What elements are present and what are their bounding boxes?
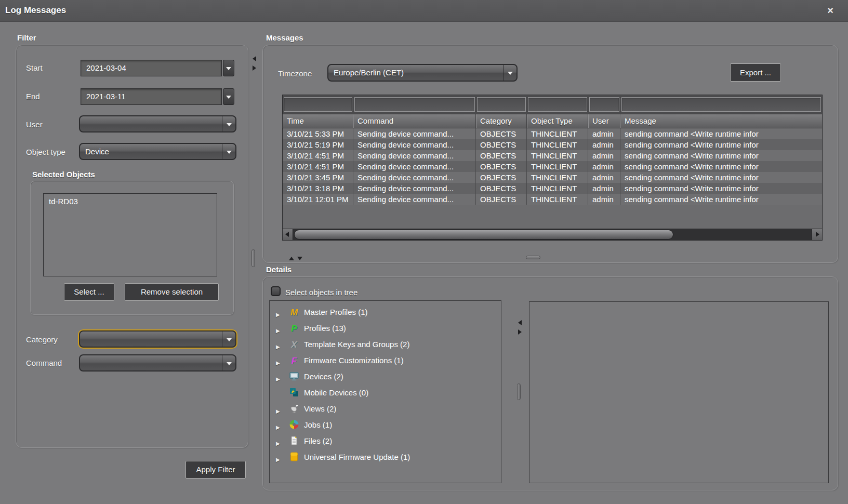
table-row[interactable]: 3/10/21 5:33 PM Sending device command..… bbox=[283, 128, 822, 139]
cell-object-type: THINCLIENT bbox=[527, 161, 588, 172]
tree-item-jobs[interactable]: Jobs (1) bbox=[270, 418, 501, 433]
list-item[interactable]: td-RD03 bbox=[44, 194, 217, 206]
master-profiles-icon: M bbox=[288, 307, 300, 319]
expand-arrow-icon[interactable] bbox=[276, 438, 282, 445]
remove-selection-button[interactable]: Remove selection bbox=[125, 283, 219, 301]
scroll-left-icon[interactable] bbox=[283, 229, 293, 240]
tree-item-template-keys[interactable]: X Template Keys and Groups (2) bbox=[270, 337, 501, 353]
command-label: Command bbox=[26, 359, 62, 367]
close-icon[interactable]: × bbox=[824, 4, 837, 17]
column-header-user[interactable]: User bbox=[588, 114, 620, 128]
column-header-command[interactable]: Command bbox=[353, 114, 476, 128]
cell-time: 3/10/21 5:33 PM bbox=[283, 128, 353, 139]
table-row[interactable]: 3/10/21 12:01 PM Sending device command.… bbox=[283, 194, 822, 205]
select-objects-checkbox[interactable] bbox=[271, 286, 281, 296]
expand-arrow-icon[interactable] bbox=[276, 406, 282, 413]
expand-arrow-icon[interactable] bbox=[276, 341, 282, 349]
user-filter-input[interactable] bbox=[589, 97, 619, 112]
expand-arrow-icon[interactable] bbox=[276, 325, 282, 333]
expand-arrow-icon[interactable] bbox=[276, 422, 282, 429]
profiles-icon: P bbox=[288, 323, 300, 335]
tree-item-files[interactable]: Files (2) bbox=[270, 434, 501, 449]
expand-arrow-icon[interactable] bbox=[276, 309, 282, 316]
cell-command: Sending device command... bbox=[353, 172, 476, 183]
tree-item-master-profiles[interactable]: M Master Profiles (1) bbox=[270, 305, 501, 321]
object-type-combobox-value: Device bbox=[85, 147, 109, 156]
messages-section-label: Messages bbox=[266, 33, 303, 42]
tree-item-views[interactable]: Views (2) bbox=[270, 402, 501, 417]
cell-category: OBJECTS bbox=[476, 161, 527, 172]
expand-arrow-icon[interactable] bbox=[276, 374, 282, 381]
messages-table: Time Command Category Object Type User M… bbox=[282, 95, 823, 241]
collapse-left-icon[interactable] bbox=[518, 320, 522, 325]
cell-object-type: THINCLIENT bbox=[527, 150, 588, 161]
cell-user: admin bbox=[588, 194, 620, 205]
user-combobox[interactable] bbox=[79, 115, 236, 132]
table-row[interactable]: 3/10/21 4:51 PM Sending device command..… bbox=[283, 161, 822, 172]
expand-right-icon[interactable] bbox=[518, 329, 522, 335]
column-header-time[interactable]: Time bbox=[283, 114, 353, 128]
end-date-dropdown-button[interactable] bbox=[223, 88, 234, 105]
timezone-label: Timezone bbox=[278, 69, 312, 78]
log-messages-dialog: { "window": { "title": "Log Messages", "… bbox=[0, 0, 848, 504]
vertical-splitter-grip[interactable] bbox=[251, 249, 255, 267]
template-keys-icon: X bbox=[288, 339, 300, 351]
horizontal-splitter-grip[interactable] bbox=[526, 256, 540, 259]
expand-down-icon[interactable] bbox=[297, 257, 302, 260]
apply-filter-button[interactable]: Apply Filter bbox=[186, 461, 246, 479]
details-splitter-grip[interactable] bbox=[517, 383, 521, 400]
cell-time: 3/10/21 4:51 PM bbox=[283, 161, 353, 172]
cell-user: admin bbox=[588, 128, 620, 139]
table-row[interactable]: 3/10/21 4:51 PM Sending device command..… bbox=[283, 150, 822, 161]
table-row[interactable]: 3/10/21 5:19 PM Sending device command..… bbox=[283, 139, 822, 150]
cell-user: admin bbox=[588, 150, 620, 161]
time-filter-input[interactable] bbox=[284, 97, 352, 112]
table-row[interactable]: 3/10/21 3:18 PM Sending device command..… bbox=[283, 183, 822, 194]
command-combobox[interactable] bbox=[79, 354, 236, 372]
expand-right-icon[interactable] bbox=[253, 65, 256, 71]
timezone-combobox[interactable]: Europe/Berlin (CET) bbox=[327, 64, 518, 82]
tree-item-label: Profiles (13) bbox=[304, 324, 346, 333]
scrollbar-thumb[interactable] bbox=[294, 230, 673, 240]
user-label: User bbox=[26, 120, 43, 129]
start-date-dropdown-button[interactable] bbox=[223, 60, 234, 76]
column-header-category[interactable]: Category bbox=[476, 114, 527, 128]
cell-category: OBJECTS bbox=[476, 150, 527, 161]
chevron-down-icon bbox=[222, 331, 235, 347]
expand-arrow-icon[interactable] bbox=[276, 357, 282, 365]
tree-item-mobile-devices[interactable]: Mobile Devices (0) bbox=[270, 386, 501, 401]
object-type-filter-input[interactable] bbox=[528, 97, 587, 112]
object-type-combobox[interactable]: Device bbox=[79, 143, 236, 160]
tree-item-universal-firmware-update[interactable]: Universal Firmware Update (1) bbox=[270, 450, 501, 466]
tree-item-firmware-customizations[interactable]: F Firmware Customizations (1) bbox=[270, 353, 501, 369]
cell-category: OBJECTS bbox=[476, 183, 527, 194]
expand-arrow-icon[interactable] bbox=[276, 454, 282, 461]
category-combobox[interactable] bbox=[79, 330, 236, 348]
collapse-left-icon[interactable] bbox=[253, 56, 256, 61]
column-header-message[interactable]: Message bbox=[620, 114, 822, 128]
scroll-right-icon[interactable] bbox=[812, 229, 822, 240]
collapse-up-icon[interactable] bbox=[289, 257, 294, 260]
tree-item-label: Master Profiles (1) bbox=[304, 308, 368, 316]
message-filter-input[interactable] bbox=[621, 97, 821, 112]
horizontal-scrollbar[interactable] bbox=[283, 229, 822, 240]
cell-object-type: THINCLIENT bbox=[527, 183, 588, 194]
tree-item-devices[interactable]: Devices (2) bbox=[270, 369, 501, 385]
tree-item-profiles[interactable]: P Profiles (13) bbox=[270, 321, 501, 337]
select-button[interactable]: Select ... bbox=[64, 283, 114, 301]
selected-objects-list[interactable]: td-RD03 bbox=[43, 193, 217, 276]
command-filter-input[interactable] bbox=[354, 97, 475, 112]
table-row[interactable]: 3/10/21 3:45 PM Sending device command..… bbox=[283, 172, 822, 183]
selected-objects-section-label: Selected Objects bbox=[32, 170, 95, 179]
end-date-field[interactable]: 2021-03-11 bbox=[81, 88, 222, 105]
select-objects-checkbox-label: Select objects in tree bbox=[285, 288, 357, 297]
cell-message: sending command <Write runtime infor bbox=[620, 172, 822, 183]
export-button[interactable]: Export ... bbox=[730, 63, 781, 82]
cell-user: admin bbox=[588, 183, 620, 194]
column-header-object-type[interactable]: Object Type bbox=[527, 114, 588, 128]
category-filter-input[interactable] bbox=[477, 97, 526, 112]
start-date-field[interactable]: 2021-03-04 bbox=[81, 60, 222, 76]
table-body: 3/10/21 5:33 PM Sending device command..… bbox=[283, 128, 822, 205]
cell-command: Sending device command... bbox=[353, 150, 476, 161]
cell-message: sending command <Write runtime infor bbox=[620, 161, 822, 172]
